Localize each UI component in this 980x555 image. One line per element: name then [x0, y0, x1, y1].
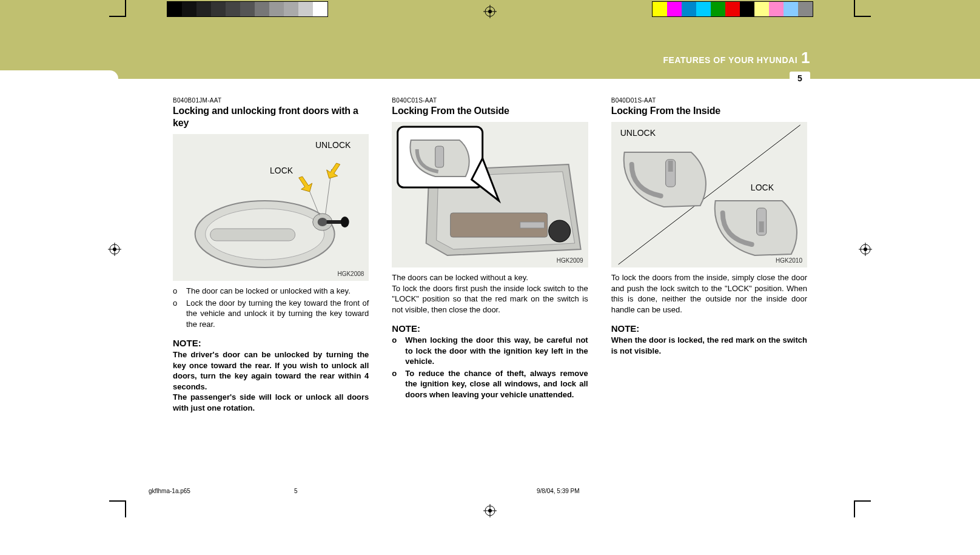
grayscale-swatch-bar — [167, 1, 328, 17]
color-swatch-bar — [652, 1, 813, 17]
list-item: oThe door can be locked or unlocked with… — [173, 286, 369, 297]
note-body: The driver's door can be unlocked by tur… — [173, 349, 369, 413]
figure-label-lock: LOCK — [751, 183, 774, 192]
figure-id: HGK2009 — [557, 257, 583, 264]
registration-mark-icon — [483, 504, 497, 517]
column-3: B040D01S-AAT Locking From the Inside — [611, 97, 807, 413]
manual-content: B040B01JM-AAT Locking and unlocking fron… — [173, 97, 807, 413]
list-item: oWhen locking the door this way, be care… — [392, 335, 588, 367]
section-header: FEATURES OF YOUR HYUNDAI 1 — [663, 49, 810, 67]
note-heading: NOTE: — [392, 323, 588, 334]
header-notch — [0, 70, 118, 87]
svg-point-18 — [341, 217, 349, 227]
svg-point-11 — [864, 247, 867, 251]
note-heading: NOTE: — [173, 338, 369, 348]
footer-page: 5 — [294, 488, 537, 494]
list-item: oLock the door by turning the key toward… — [173, 298, 369, 330]
registration-mark-icon — [108, 243, 121, 256]
figure-door-inside: UNLOCK LOCK HGK2010 — [611, 122, 807, 267]
figure-label-lock: LOCK — [270, 166, 293, 175]
figure-door-key: LOCK UNLOCK HGK2008 — [173, 134, 369, 281]
svg-rect-30 — [759, 221, 764, 232]
note-body: When the door is locked, the red mark on… — [611, 335, 807, 356]
figure-id: HGK2010 — [776, 257, 802, 264]
figure-door-outside: HGK2009 — [392, 122, 588, 267]
svg-point-3 — [488, 10, 492, 13]
footer-filename: gkflhma-1a.p65 — [149, 488, 294, 494]
footer-datetime: 9/8/04, 5:39 PM — [537, 488, 580, 494]
chapter-number: 1 — [801, 49, 810, 67]
page-number: 5 — [797, 73, 802, 83]
paragraph: To lock the doors from the inside, simpl… — [611, 272, 807, 315]
paragraph: The doors can be locked without a key. T… — [392, 272, 588, 315]
figure-label-unlock: UNLOCK — [315, 140, 351, 150]
svg-rect-28 — [668, 161, 673, 172]
svg-point-34 — [488, 509, 492, 513]
svg-point-7 — [113, 247, 116, 251]
section-title: FEATURES OF YOUR HYUNDAI — [663, 55, 798, 65]
registration-mark-icon — [483, 5, 497, 18]
registration-mark-icon — [859, 243, 872, 256]
figure-id: HGK2008 — [337, 271, 364, 277]
column-1: B040B01JM-AAT Locking and unlocking fron… — [173, 97, 369, 413]
section-code: B040B01JM-AAT — [173, 97, 369, 104]
section-title: Locking From the Outside — [392, 105, 588, 117]
section-title: Locking and unlocking front doors with a… — [173, 105, 369, 129]
svg-rect-23 — [520, 222, 545, 228]
print-header-band: FEATURES OF YOUR HYUNDAI 1 5 — [0, 0, 980, 79]
note-list: oWhen locking the door this way, be care… — [392, 335, 588, 400]
section-code: B040D01S-AAT — [611, 97, 807, 104]
svg-rect-14 — [210, 229, 295, 241]
svg-point-16 — [318, 218, 327, 226]
page-number-tab: 5 — [790, 72, 810, 85]
section-title: Locking From the Inside — [611, 105, 807, 117]
column-2: B040C01S-AAT Locking From the Outside HG… — [392, 97, 588, 413]
note-heading: NOTE: — [611, 323, 807, 334]
print-footer: gkflhma-1a.p65 5 9/8/04, 5:39 PM — [149, 488, 831, 494]
figure-label-unlock: UNLOCK — [620, 128, 656, 138]
svg-rect-17 — [327, 220, 343, 224]
svg-rect-25 — [435, 146, 444, 167]
list-item: oTo reduce the chance of theft, always r… — [392, 368, 588, 400]
bullet-list: oThe door can be locked or unlocked with… — [173, 286, 369, 329]
section-code: B040C01S-AAT — [392, 97, 588, 104]
svg-point-22 — [549, 220, 571, 242]
